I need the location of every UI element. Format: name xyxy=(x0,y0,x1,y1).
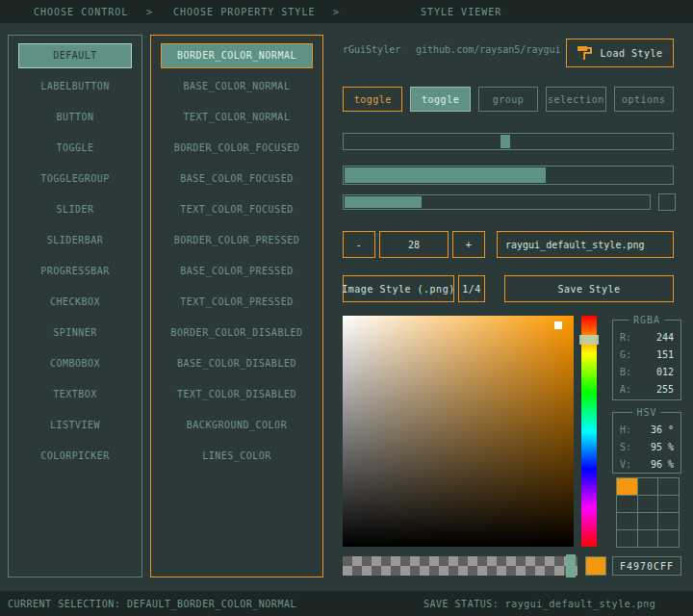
control-item-labelbutton[interactable]: LABELBUTTON xyxy=(18,74,132,99)
app-name-label: rGuiStyler xyxy=(343,44,400,55)
save-status: SAVE STATUS: raygui_default_style.png xyxy=(424,599,655,609)
property-item-base-color-focused[interactable]: BASE_COLOR_FOCUSED xyxy=(161,167,313,192)
current-color-swatch xyxy=(585,556,606,576)
rgba-row-r: R:244 xyxy=(613,328,680,346)
color-palette-grid xyxy=(616,477,680,548)
property-item-border-color-disabled[interactable]: BORDER_COLOR_DISABLED xyxy=(161,321,313,346)
rgba-title: RGBA xyxy=(629,315,664,325)
palette-swatch-empty[interactable] xyxy=(658,496,679,512)
control-item-checkbox[interactable]: CHECKBOX xyxy=(18,290,132,315)
filename-textbox[interactable]: raygui_default_style.png xyxy=(497,231,674,258)
property-item-text-color-focused[interactable]: TEXT_COLOR_FOCUSED xyxy=(161,197,313,222)
palette-swatch-empty[interactable] xyxy=(617,513,637,529)
control-item-slider[interactable]: SLIDER xyxy=(18,197,132,222)
controls-list-panel: DEFAULT LABELBUTTON BUTTON TOGGLE TOGGLE… xyxy=(8,35,142,578)
toggle-button-selection[interactable]: selection xyxy=(546,87,605,112)
paint-roller-icon xyxy=(577,45,592,61)
property-item-border-color-normal[interactable]: BORDER_COLOR_NORMAL xyxy=(161,43,313,68)
hsv-title: HSV xyxy=(632,407,660,418)
property-item-text-color-normal[interactable]: TEXT_COLOR_NORMAL xyxy=(161,105,313,130)
repo-label: github.com/raysan5/raygui xyxy=(416,44,561,55)
progress-bar xyxy=(343,194,651,210)
property-item-text-color-pressed[interactable]: TEXT_COLOR_PRESSED xyxy=(161,290,313,315)
control-item-spinner[interactable]: SPINNER xyxy=(18,321,132,346)
rgba-row-b: B:012 xyxy=(613,363,680,380)
palette-swatch-empty[interactable] xyxy=(617,496,637,512)
slider-handle[interactable] xyxy=(500,135,510,148)
toggle-button-group[interactable]: group xyxy=(478,87,538,112)
control-item-progressbar[interactable]: PROGRESSBAR xyxy=(18,259,132,284)
toggle-group: toggle toggle group selection options xyxy=(343,87,674,112)
rgba-groupbox: RGBA R:244 G:151 B:012 A:255 xyxy=(612,320,681,400)
property-item-border-color-focused[interactable]: BORDER_COLOR_FOCUSED xyxy=(161,136,313,161)
property-item-base-color-normal[interactable]: BASE_COLOR_NORMAL xyxy=(161,74,313,99)
color-picker-panel[interactable] xyxy=(343,316,574,547)
slider-bar[interactable] xyxy=(343,166,674,185)
slider-bar-fill xyxy=(345,167,546,183)
palette-swatch-empty[interactable] xyxy=(658,530,679,547)
rgba-row-g: G:151 xyxy=(613,346,680,363)
property-item-base-color-pressed[interactable]: BASE_COLOR_PRESSED xyxy=(161,259,313,284)
spinner-value[interactable]: 28 xyxy=(379,231,449,258)
section-style-viewer: STYLE VIEWER xyxy=(421,7,501,17)
property-item-background-color[interactable]: BACKGROUND_COLOR xyxy=(161,413,313,438)
toggle-button-1[interactable]: toggle xyxy=(343,87,402,112)
alpha-handle[interactable] xyxy=(566,554,576,578)
control-item-combobox[interactable]: COMBOBOX xyxy=(18,351,132,376)
hue-handle[interactable] xyxy=(579,335,599,345)
alpha-bar[interactable] xyxy=(343,556,578,576)
breadcrumb-separator-icon: > xyxy=(333,7,340,17)
checkbox[interactable] xyxy=(658,193,676,211)
palette-swatch-empty[interactable] xyxy=(638,513,658,529)
control-item-button[interactable]: BUTTON xyxy=(18,105,132,130)
spinner-increase-button[interactable]: + xyxy=(452,231,485,258)
palette-swatch-current[interactable] xyxy=(617,478,637,495)
breadcrumb-separator-icon: > xyxy=(146,7,153,17)
save-style-button[interactable]: Save Style xyxy=(504,275,674,302)
status-bar: CURRENT SELECTION: DEFAULT_BORDER_COLOR_… xyxy=(0,591,693,616)
hsv-row-h: H:36 ° xyxy=(613,421,680,438)
control-item-colorpicker[interactable]: COLORPICKER xyxy=(18,444,132,469)
section-choose-control: CHOOSE CONTROL xyxy=(34,7,128,17)
properties-list-panel: BORDER_COLOR_NORMAL BASE_COLOR_NORMAL TE… xyxy=(150,35,323,578)
control-item-sliderbar[interactable]: SLIDERBAR xyxy=(18,228,132,253)
section-choose-property-style: CHOOSE PROPERTY STYLE xyxy=(173,7,315,17)
load-style-button[interactable]: Load Style xyxy=(566,38,674,67)
hue-bar[interactable] xyxy=(581,316,597,547)
progress-bar-fill xyxy=(345,196,422,208)
control-item-listview[interactable]: LISTVIEW xyxy=(18,413,132,438)
palette-swatch-empty[interactable] xyxy=(617,530,637,547)
hsv-row-v: V:96 % xyxy=(613,455,680,473)
property-item-lines-color[interactable]: LINES_COLOR xyxy=(161,444,313,469)
image-style-combobox[interactable]: Image Style (.png) xyxy=(343,275,454,302)
color-picker-cursor[interactable] xyxy=(554,321,562,329)
palette-swatch-empty[interactable] xyxy=(658,513,679,529)
top-menu-bar: CHOOSE CONTROL > CHOOSE PROPERTY STYLE >… xyxy=(0,0,693,23)
control-item-toggle[interactable]: TOGGLE xyxy=(18,136,132,161)
combobox-counter[interactable]: 1/4 xyxy=(458,275,485,302)
toggle-button-2-active[interactable]: toggle xyxy=(410,87,470,112)
control-item-togglegroup[interactable]: TOGGLEGROUP xyxy=(18,167,132,192)
rgba-row-a: A:255 xyxy=(613,380,680,398)
property-item-border-color-pressed[interactable]: BORDER_COLOR_PRESSED xyxy=(161,228,313,253)
toggle-button-options[interactable]: options xyxy=(614,87,674,112)
spinner-decrease-button[interactable]: - xyxy=(343,231,375,258)
load-style-label: Load Style xyxy=(600,48,662,59)
rguistyler-window: CHOOSE CONTROL > CHOOSE PROPERTY STYLE >… xyxy=(0,0,693,616)
current-selection-status: CURRENT SELECTION: DEFAULT_BORDER_COLOR_… xyxy=(8,599,296,609)
palette-swatch-empty[interactable] xyxy=(638,530,658,547)
palette-swatch-empty[interactable] xyxy=(638,478,658,495)
palette-swatch-empty[interactable] xyxy=(638,496,658,512)
hsv-row-s: S:95 % xyxy=(613,438,680,455)
hsv-groupbox: HSV H:36 ° S:95 % V:96 % xyxy=(612,412,681,474)
style-viewer-panel: rGuiStyler github.com/raysan5/raygui Loa… xyxy=(343,35,681,583)
property-item-base-color-disabled[interactable]: BASE_COLOR_DISABLED xyxy=(161,351,313,376)
control-item-textbox[interactable]: TEXTBOX xyxy=(18,382,132,407)
hex-value-box[interactable]: F4970CFF xyxy=(612,556,681,576)
property-item-text-color-disabled[interactable]: TEXT_COLOR_DISABLED xyxy=(161,382,313,407)
palette-swatch-empty[interactable] xyxy=(658,478,679,495)
control-item-default[interactable]: DEFAULT xyxy=(18,43,132,68)
slider[interactable] xyxy=(343,133,674,150)
